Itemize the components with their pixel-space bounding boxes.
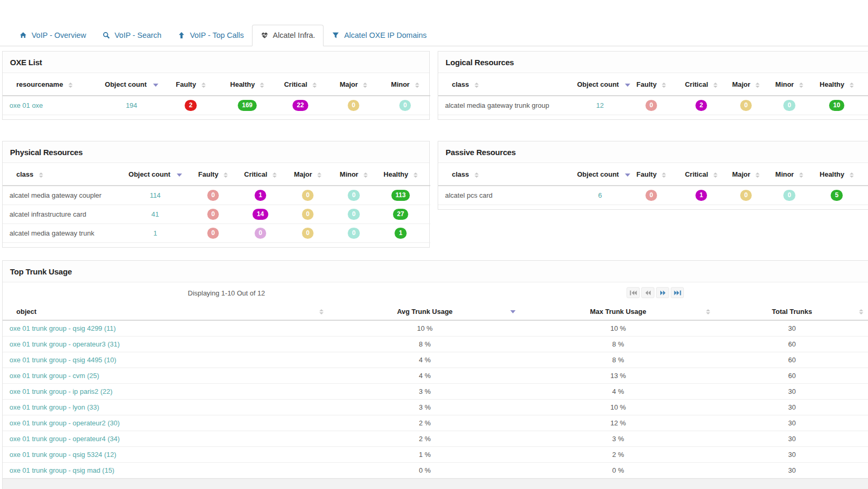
column-header-major[interactable]: Major [725, 163, 767, 186]
column-label: Faulty [176, 80, 196, 88]
tab-alcatel-infra[interactable]: Alcatel Infra. [252, 25, 324, 46]
sort-icon [475, 172, 479, 178]
sort-desc-icon [153, 84, 158, 87]
column-header-max-trunk-usage[interactable]: Max Trunk Usage [521, 303, 715, 320]
total-value: 30 [788, 466, 795, 474]
column-header-minor[interactable]: Minor [767, 163, 812, 186]
column-header-minor[interactable]: Minor [380, 73, 430, 96]
column-header-critical[interactable]: Critical [242, 163, 279, 186]
sort-icon [850, 172, 854, 178]
column-header-faulty[interactable]: Faulty [625, 73, 678, 96]
total-value: 60 [788, 372, 795, 380]
sort-icon [272, 172, 277, 178]
search-icon [102, 31, 110, 39]
column-label: Faulty [198, 170, 218, 178]
column-header-object-count[interactable]: Object count [575, 73, 625, 96]
heartbeat-icon [260, 31, 269, 39]
column-header-healthy[interactable]: Healthy [812, 73, 862, 96]
column-header-faulty[interactable]: Faulty [160, 73, 221, 96]
avg-value: 3 % [419, 388, 430, 395]
badge-minor: 0 [348, 190, 360, 201]
max-value: 10 % [610, 403, 626, 411]
home-icon [19, 31, 27, 39]
total-value: 30 [788, 435, 795, 443]
trunk-group-link[interactable]: oxe 01 trunk group - lyon (33) [9, 403, 99, 411]
column-header-avg-trunk-usage[interactable]: Avg Trunk Usage [329, 303, 521, 320]
column-label: Avg Trunk Usage [397, 308, 453, 315]
spacer [862, 163, 868, 186]
resource-link[interactable]: oxe 01 oxe [9, 101, 43, 109]
badge-healthy: 113 [391, 190, 410, 201]
column-header-object-count[interactable]: Object count [103, 73, 160, 96]
sort-desc-icon [510, 310, 516, 313]
column-header-critical[interactable]: Critical [678, 73, 725, 96]
tab-label: Alcatel Infra. [273, 31, 316, 39]
trunk-group-link[interactable]: oxe 01 trunk group - operateur3 (31) [9, 340, 120, 348]
column-header-major[interactable]: Major [725, 73, 767, 96]
badge-major: 0 [740, 190, 752, 201]
column-label: Major [732, 80, 751, 88]
trunk-group-link[interactable]: oxe 01 trunk group - qsig mad (15) [9, 466, 114, 474]
column-header-healthy[interactable]: Healthy [371, 163, 430, 186]
first-page-button[interactable] [627, 287, 640, 298]
last-page-button[interactable] [671, 287, 684, 298]
badge-critical: 0 [255, 228, 267, 239]
logical-table-wrap: classObject countFaultyCriticalMajorMino… [438, 73, 868, 119]
column-header-faulty[interactable]: Faulty [184, 163, 242, 186]
column-header-minor[interactable]: Minor [767, 73, 812, 96]
pager-row: Displaying 1-10 Out of 12 [3, 282, 868, 303]
column-header-class[interactable]: class [438, 73, 575, 96]
tab-voip-top-calls[interactable]: VoIP - Top Calls [169, 25, 252, 46]
column-label: Object count [128, 170, 170, 178]
column-header-object[interactable]: object [3, 303, 329, 320]
column-header-healthy[interactable]: Healthy [221, 73, 274, 96]
trunk-group-link[interactable]: oxe 01 trunk group - qsig 4299 (11) [9, 324, 116, 332]
column-header-class[interactable]: class [438, 163, 575, 186]
total-value: 30 [788, 419, 795, 427]
tab-voip-search[interactable]: VoIP - Search [94, 25, 169, 46]
column-header-object-count[interactable]: Object count [575, 163, 625, 186]
max-value: 10 % [610, 324, 626, 332]
column-header-critical[interactable]: Critical [274, 73, 327, 96]
trunk-group-link[interactable]: oxe 01 trunk group - ip paris2 (22) [9, 388, 113, 395]
object-count: 1 [153, 229, 157, 237]
column-header-healthy[interactable]: Healthy [812, 163, 862, 186]
arrow-up-icon [177, 31, 186, 39]
object-count: 6 [598, 191, 602, 199]
badge-critical: 14 [253, 209, 268, 220]
column-header-faulty[interactable]: Faulty [625, 163, 678, 186]
badge-faulty: 0 [645, 100, 658, 111]
next-page-button[interactable] [656, 287, 669, 298]
trunk-group-link[interactable]: oxe 01 trunk group - operateur4 (34) [9, 435, 120, 443]
badge-critical: 1 [255, 190, 267, 201]
badge-faulty: 0 [207, 209, 219, 220]
column-header-major[interactable]: Major [279, 163, 337, 186]
column-header-resourcename[interactable]: resourcename [3, 73, 103, 96]
column-header-critical[interactable]: Critical [678, 163, 725, 186]
prev-page-button[interactable] [641, 287, 654, 298]
column-label: Faulty [637, 170, 657, 178]
avg-value: 8 % [419, 340, 430, 348]
column-header-total-trunks[interactable]: Total Trunks [715, 303, 868, 320]
column-header-object-count[interactable]: Object count [126, 163, 184, 186]
sort-icon [799, 172, 803, 178]
trunk-group-link[interactable]: oxe 01 trunk group - qsig 5324 (12) [9, 451, 116, 459]
column-header-minor[interactable]: Minor [337, 163, 371, 186]
object-count: 114 [150, 191, 161, 199]
trunk-group-link[interactable]: oxe 01 trunk group - operateur2 (30) [9, 419, 120, 427]
column-label: Healthy [383, 170, 408, 178]
tab-alcatel-oxe-ip-domains[interactable]: Alcatel OXE IP Domains [324, 25, 435, 46]
column-label: Total Trunks [772, 308, 812, 315]
trunk-group-link[interactable]: oxe 01 trunk group - qsig 4495 (10) [9, 356, 116, 364]
column-header-class[interactable]: class [3, 163, 126, 186]
sort-icon [363, 83, 367, 88]
trunk-group-link[interactable]: oxe 01 trunk group - cvm (25) [9, 372, 99, 380]
column-header-major[interactable]: Major [327, 73, 380, 96]
column-label: Healthy [230, 80, 255, 88]
top-trunk-usage-table: objectAvg Trunk UsageMax Trunk UsageTota… [3, 303, 868, 478]
max-value: 4 % [612, 388, 624, 395]
tab-voip-overview[interactable]: VoIP - Overview [11, 25, 94, 46]
tab-bar: VoIP - OverviewVoIP - SearchVoIP - Top C… [0, 0, 868, 46]
pager-buttons [627, 287, 684, 298]
filter-icon [331, 31, 340, 39]
